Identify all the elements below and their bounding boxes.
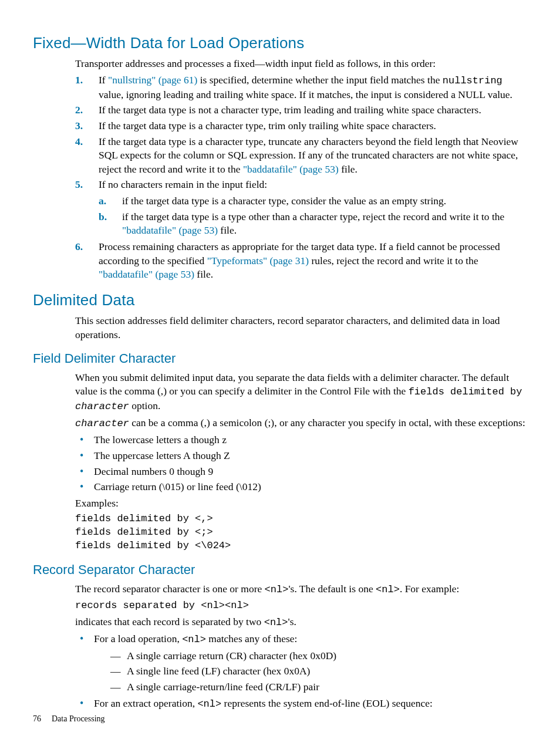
code-block: fields delimited by <,> fields delimited… xyxy=(75,512,527,553)
text: A single carriage-return/line feed (CR/L… xyxy=(127,681,319,693)
fixed-width-body: Transporter addresses and processes a fi… xyxy=(75,57,527,282)
link-baddatafile[interactable]: "baddatafile" (page 53) xyxy=(122,224,218,236)
code-inline: <nl> xyxy=(264,617,288,628)
list-marker: 4. xyxy=(75,135,83,149)
field-delimiter-body: When you submit delimited input data, yo… xyxy=(75,371,527,553)
list-item: 5. If no characters remain in the input … xyxy=(75,178,527,238)
code-inline: <nl> xyxy=(376,584,400,595)
paragraph: indicates that each record is separated … xyxy=(75,615,527,630)
list-marker: a. xyxy=(99,194,106,208)
list-item: For a load operation, <nl> matches any o… xyxy=(75,632,527,694)
delimited-intro: This section addresses field delimiter c… xyxy=(75,314,527,342)
list-item: b. if the target data type is a type oth… xyxy=(99,210,527,238)
record-separator-body: The record separator character is one or… xyxy=(75,582,527,711)
text: value, ignoring leading and trailing whi… xyxy=(99,89,512,100)
dash-list: A single carriage return (CR) character … xyxy=(110,649,527,694)
text: For an extract operation, xyxy=(94,697,197,709)
text: indicates that each record is separated … xyxy=(75,616,264,627)
list-item: Carriage return (\015) or line feed (\01… xyxy=(75,480,527,494)
text: The lowercase letters a though z xyxy=(94,434,227,445)
list-item: For an extract operation, <nl> represent… xyxy=(75,697,527,711)
text: A single carriage return (CR) character … xyxy=(127,650,336,661)
intro-paragraph: Transporter addresses and processes a fi… xyxy=(75,57,527,71)
text: For a load operation, xyxy=(94,633,182,644)
text: The uppercase letters A though Z xyxy=(94,450,230,461)
paragraph: The record separator character is one or… xyxy=(75,582,527,597)
code-block: records separated by <nl><nl> xyxy=(75,599,527,613)
list-item: Decimal numbers 0 though 9 xyxy=(75,465,527,479)
text: A single line feed (LF) character (hex 0… xyxy=(127,665,310,677)
text: is specified, determine whether the inpu… xyxy=(197,74,442,86)
footer-title: Data Processing xyxy=(52,714,105,723)
code-inline: <nl> xyxy=(197,698,221,710)
paragraph: character can be a comma (,) a semicolon… xyxy=(75,416,527,431)
heading-record-separator: Record Separator Character xyxy=(33,561,527,579)
list-item: A single carriage return (CR) character … xyxy=(110,649,527,663)
bullet-list: For a load operation, <nl> matches any o… xyxy=(75,632,527,711)
bullet-list: The lowercase letters a though z The upp… xyxy=(75,433,527,494)
heading-fixed-width: Fixed—Width Data for Load Operations xyxy=(33,33,527,53)
list-item: The uppercase letters A though Z xyxy=(75,449,527,463)
list-marker: 1. xyxy=(75,73,83,87)
code-italic: character xyxy=(75,418,129,429)
list-item: A single line feed (LF) character (hex 0… xyxy=(110,664,527,679)
list-item: 6. Process remaining characters as appro… xyxy=(75,240,527,282)
link-baddatafile[interactable]: "baddatafile" (page 53) xyxy=(243,163,339,175)
examples-label: Examples: xyxy=(75,497,527,511)
code-italic: character xyxy=(75,401,129,412)
paragraph: When you submit delimited input data, yo… xyxy=(75,371,527,414)
link-typeformats[interactable]: "Typeformats" (page 31) xyxy=(207,255,309,266)
text: option. xyxy=(129,400,160,411)
text: matches any of these: xyxy=(206,633,298,644)
link-baddatafile[interactable]: "baddatafile" (page 53) xyxy=(99,268,194,280)
text: if the target data type is a type other … xyxy=(122,211,504,222)
list-item: 3. If the target data type is a characte… xyxy=(75,119,527,133)
text: . For example: xyxy=(400,583,460,595)
list-marker: 2. xyxy=(75,103,83,117)
list-marker: 5. xyxy=(75,178,83,192)
list-item: The lowercase letters a though z xyxy=(75,433,527,447)
list-item: A single carriage-return/line feed (CR/L… xyxy=(110,680,527,694)
heading-delimited-data: Delimited Data xyxy=(33,290,527,310)
paragraph: This section addresses field delimiter c… xyxy=(75,314,527,342)
page-number: 76 xyxy=(33,714,41,723)
text: If the target data type is a character t… xyxy=(99,120,436,131)
text: If the target data type is not a charact… xyxy=(99,104,481,116)
list-marker: b. xyxy=(99,210,107,224)
list-item: 2. If the target data type is not a char… xyxy=(75,103,527,117)
text: If no characters remain in the input fie… xyxy=(99,178,267,190)
code-inline: <nl> xyxy=(265,584,289,595)
text: 's. The default is one xyxy=(288,583,376,595)
page: Fixed—Width Data for Load Operations Tra… xyxy=(0,0,560,746)
text: file. xyxy=(339,163,357,175)
code-inline: <nl> xyxy=(182,634,206,645)
list-item: 4. If the target data type is a characte… xyxy=(75,135,527,177)
list-marker: 3. xyxy=(75,119,83,133)
heading-field-delimiter: Field Delimiter Character xyxy=(33,350,527,367)
text: represents the system end-of-line (EOL) … xyxy=(221,697,433,709)
text: if the target data type is a character t… xyxy=(122,195,446,207)
list-item: 1. If "nullstring" (page 61) is specifie… xyxy=(75,73,527,102)
text: Decimal numbers 0 though 9 xyxy=(94,465,213,477)
ordered-list-main: 1. If "nullstring" (page 61) is specifie… xyxy=(75,73,527,282)
page-footer: 76Data Processing xyxy=(33,714,105,725)
ordered-list-sub: a. if the target data type is a characte… xyxy=(99,194,527,238)
text: file. xyxy=(218,224,237,236)
text: 's. xyxy=(288,616,296,627)
list-marker: 6. xyxy=(75,240,83,254)
text: rules, reject the record and write it to… xyxy=(309,255,478,266)
code-inline: nullstring xyxy=(443,75,502,86)
text: Carriage return (\015) or line feed (\01… xyxy=(94,481,261,492)
list-item: a. if the target data type is a characte… xyxy=(99,194,527,208)
text: If xyxy=(99,74,108,86)
text: file. xyxy=(194,268,213,280)
code-inline: fields delimited by xyxy=(409,386,522,397)
text: can be a comma (,) a semicolon (;), or a… xyxy=(129,417,525,428)
link-nullstring[interactable]: "nullstring" (page 61) xyxy=(108,74,197,86)
text: The record separator character is one or… xyxy=(75,583,265,595)
